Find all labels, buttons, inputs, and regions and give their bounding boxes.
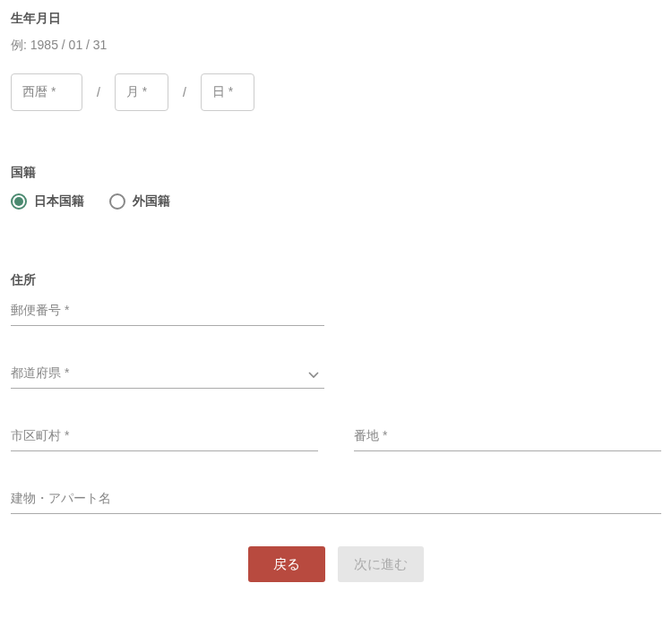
dob-separator-1: / bbox=[93, 85, 104, 99]
month-input[interactable]: 月 * bbox=[115, 73, 168, 111]
postal-input[interactable]: 郵便番号 * bbox=[11, 299, 324, 326]
nationality-radio-jp[interactable]: 日本国籍 bbox=[11, 193, 84, 210]
day-input[interactable]: 日 * bbox=[201, 73, 254, 111]
street-input[interactable]: 番地 * bbox=[354, 424, 661, 451]
prefecture-label: 都道府県 * bbox=[11, 365, 69, 382]
dob-example: 例: 1985 / 01 / 31 bbox=[11, 38, 661, 54]
next-button[interactable]: 次に進む bbox=[338, 546, 424, 582]
nationality-radio-foreign[interactable]: 外国籍 bbox=[109, 193, 170, 210]
radio-dot-icon bbox=[14, 197, 23, 206]
postal-label: 郵便番号 * bbox=[11, 303, 69, 319]
dob-separator-2: / bbox=[179, 85, 190, 99]
dob-section-label: 生年月日 bbox=[11, 11, 661, 27]
nationality-jp-label: 日本国籍 bbox=[34, 193, 84, 210]
radio-selected-icon bbox=[11, 193, 27, 210]
building-input[interactable]: 建物・アパート名 bbox=[11, 487, 661, 514]
dob-input-row: 西暦 * / 月 * / 日 * bbox=[11, 73, 661, 111]
city-input[interactable]: 市区町村 * bbox=[11, 424, 318, 451]
chevron-down-icon bbox=[308, 367, 319, 382]
radio-unselected-icon bbox=[109, 193, 125, 210]
building-label: 建物・アパート名 bbox=[11, 491, 111, 507]
nationality-foreign-label: 外国籍 bbox=[133, 193, 170, 210]
button-row: 戻る 次に進む bbox=[11, 546, 661, 582]
back-button[interactable]: 戻る bbox=[248, 546, 325, 582]
nationality-radio-group: 日本国籍 外国籍 bbox=[11, 193, 661, 210]
year-input[interactable]: 西暦 * bbox=[11, 73, 82, 111]
nationality-section-label: 国籍 bbox=[11, 165, 661, 181]
city-label: 市区町村 * bbox=[11, 428, 69, 444]
street-label: 番地 * bbox=[354, 428, 387, 444]
prefecture-select[interactable]: 都道府県 * bbox=[11, 362, 324, 389]
address-section-label: 住所 bbox=[11, 272, 661, 288]
